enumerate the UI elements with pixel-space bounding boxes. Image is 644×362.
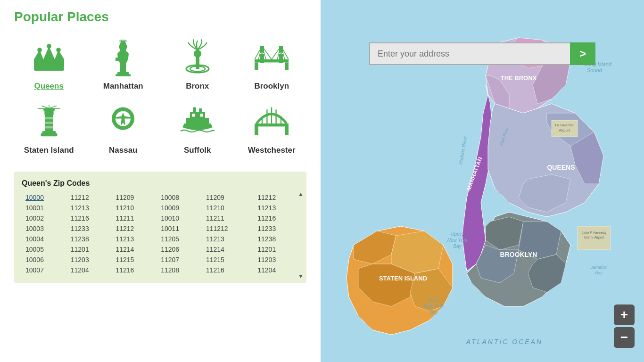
upper-bay-label2: New York [447, 238, 468, 243]
zip-cell: 10011 [157, 223, 202, 234]
zip-cell: 10004 [22, 234, 67, 244]
zip-cell: 11212 [112, 223, 157, 234]
svg-rect-34 [43, 108, 55, 111]
popular-places-title: Popular Places [14, 9, 306, 25]
zip-cell: 11238 [254, 234, 299, 244]
place-item-queens[interactable]: Queens [14, 34, 84, 93]
zip-cell: 11215 [202, 255, 254, 265]
staten-island-map-label: STATEN ISLAND [379, 275, 427, 282]
svg-rect-48 [192, 114, 195, 116]
table-row: 100001121211209100081120911212 [22, 192, 299, 203]
zip-cell: 11213 [202, 234, 254, 244]
zoom-out-button[interactable]: − [614, 327, 635, 348]
svg-rect-9 [116, 58, 121, 61]
map-container: > Long Island Sound THE BRONX MANHATTAN [321, 0, 644, 362]
svg-rect-28 [285, 62, 289, 70]
staten-island-label: Staten Island [24, 146, 74, 155]
zip-cell: 11211 [112, 213, 157, 223]
zip-cell: 11216 [202, 265, 254, 275]
zip-cell: 10010 [157, 213, 202, 223]
zip-cell: 11204 [67, 265, 112, 275]
svg-line-36 [41, 106, 49, 108]
jfk-label1: John F. Kennedy [582, 231, 607, 235]
zip-cell: 11216 [67, 213, 112, 223]
table-row: 100021121611211100101121111216 [22, 213, 299, 223]
address-input[interactable] [369, 42, 570, 65]
zip-cell: 11216 [112, 265, 157, 275]
zip-cell: 11209 [202, 192, 254, 203]
svg-rect-56 [255, 123, 258, 135]
svg-rect-32 [45, 126, 53, 129]
zip-cell: 10007 [22, 265, 67, 275]
zip-cell: 11215 [112, 255, 157, 265]
zip-cell: 11216 [254, 213, 299, 223]
brooklyn-label: Brooklyn [254, 82, 289, 91]
manhattan-icon [102, 36, 144, 79]
place-item-westchester[interactable]: Westchester [237, 98, 307, 157]
zip-cell: 10001 [22, 203, 67, 213]
place-item-nassau[interactable]: Nassau [89, 98, 158, 157]
zip-cell: 11213 [112, 234, 157, 244]
svg-point-15 [194, 50, 201, 58]
place-item-brooklyn[interactable]: Brooklyn [237, 34, 307, 93]
zip-cell: 11214 [202, 244, 254, 255]
table-row: 100051120111214112061121411201 [22, 244, 299, 255]
zoom-controls: + − [614, 304, 635, 348]
upper-bay-label: Upper [451, 231, 464, 237]
place-item-bronx[interactable]: Bronx [163, 34, 232, 93]
zip-cell: 111212 [202, 223, 254, 234]
atlantic-ocean-label: ATLANTIC OCEAN [466, 338, 543, 346]
zip-cell: 11233 [254, 223, 299, 234]
svg-point-2 [47, 44, 51, 49]
zip-cell: 11203 [67, 255, 112, 265]
laguardia-label: La Guardia [555, 123, 574, 127]
brooklyn-map-label: BROOKLYN [500, 251, 537, 258]
svg-rect-49 [200, 114, 203, 116]
table-row: 100061120311215112071121511203 [22, 255, 299, 265]
zip-cell: 11238 [67, 234, 112, 244]
manhattan-label: Manhattan [103, 82, 143, 91]
zip-cell[interactable]: 10000 [22, 192, 67, 203]
zip-cell: 11212 [67, 192, 112, 203]
svg-rect-0 [34, 67, 64, 71]
svg-rect-46 [193, 107, 196, 113]
svg-rect-16 [255, 59, 289, 62]
right-panel: > Long Island Sound THE BRONX MANHATTAN [321, 0, 644, 362]
svg-rect-57 [285, 123, 289, 135]
place-item-suffolk[interactable]: Suffolk [163, 98, 232, 157]
zip-cell: 11206 [157, 244, 202, 255]
place-item-staten-island[interactable]: Staten Island [14, 98, 84, 157]
zip-cell: 11211 [202, 213, 254, 223]
lower-bay-label2: New York [424, 304, 445, 309]
jamaica-bay-label: Jamaica [590, 265, 607, 270]
left-panel: Popular Places Queens [0, 0, 321, 362]
svg-rect-11 [116, 74, 131, 76]
westchester-label: Westchester [248, 146, 296, 155]
svg-rect-41 [41, 133, 57, 136]
zip-cell: 11210 [112, 203, 157, 213]
zip-cell: 11203 [254, 255, 299, 265]
queens-map-label: QUEENS [547, 164, 575, 171]
table-row: 100041123811213112051121311238 [22, 234, 299, 244]
brooklyn-icon [250, 36, 293, 79]
svg-rect-27 [255, 62, 258, 70]
jamaica-bay-label2: Bay [595, 271, 603, 275]
zip-cell: 11204 [254, 265, 299, 275]
zoom-in-button[interactable]: + [614, 304, 635, 325]
zip-cell: 11208 [157, 265, 202, 275]
zip-cell: 10006 [22, 255, 67, 265]
scroll-down-button[interactable]: ▼ [298, 272, 304, 280]
svg-line-37 [49, 106, 57, 108]
zip-cell: 11207 [157, 255, 202, 265]
place-item-manhattan[interactable]: Manhattan [89, 34, 158, 93]
address-submit-button[interactable]: > [570, 42, 595, 65]
zip-cell: 11212 [254, 192, 299, 203]
svg-rect-44 [186, 118, 209, 123]
zip-cell: 11201 [254, 244, 299, 255]
zip-cell: 10008 [157, 192, 202, 203]
bronx-icon [176, 36, 219, 79]
scroll-up-button[interactable]: ▲ [298, 190, 304, 198]
zip-table-container: Queen's Zip Codes 1000011212112091000811… [14, 172, 306, 283]
zip-cell: 11214 [112, 244, 157, 255]
table-row: 1000311233112121001111121211233 [22, 223, 299, 234]
